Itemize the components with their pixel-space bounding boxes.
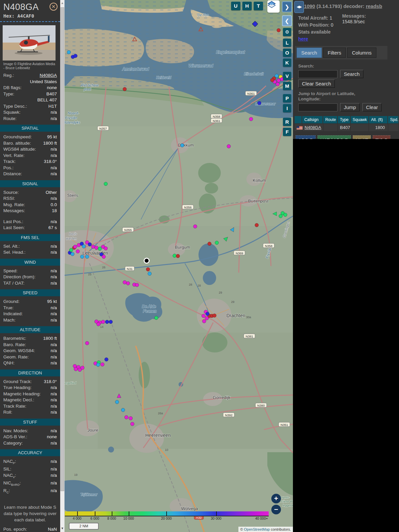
tab-columns[interactable]: Columns (347, 48, 376, 58)
aircraft-marker[interactable] (71, 252, 74, 256)
column-header-Squawk[interactable]: Squawk (351, 116, 368, 123)
aircraft-marker[interactable] (126, 282, 130, 285)
column-header-Callsign[interactable]: Callsign (302, 116, 323, 123)
aircraft-marker[interactable] (271, 78, 274, 82)
map-button-l[interactable]: L (283, 39, 291, 47)
map-button-i[interactable]: I (283, 104, 291, 112)
aircraft-marker[interactable] (121, 408, 125, 412)
map-button-m[interactable]: M (283, 82, 291, 90)
aircraft-marker[interactable] (105, 358, 108, 361)
map-button-k[interactable]: K (283, 59, 291, 67)
jump-clear-button[interactable]: Clear (362, 103, 382, 111)
aircraft-marker[interactable] (176, 254, 180, 258)
table-row[interactable]: N408GAB4071800 (295, 124, 399, 131)
aircraft-marker[interactable] (148, 272, 152, 276)
map-button-h[interactable]: H (242, 2, 252, 10)
aircraft-marker[interactable] (67, 51, 71, 54)
sidebar-scrollbar[interactable]: ▲ ▼ (60, 0, 65, 532)
aircraft-marker[interactable] (194, 225, 197, 228)
clear-search-button[interactable]: Clear Search (298, 79, 335, 88)
aircraft-marker[interactable] (81, 366, 84, 370)
aircraft-marker[interactable] (275, 74, 279, 78)
aircraft-marker[interactable] (105, 320, 109, 324)
search-input[interactable] (298, 70, 337, 78)
osm-link[interactable]: OpenStreetMap (244, 527, 270, 531)
map[interactable]: DokkumKollumBuitenpostBurgumLeeuwardenDr… (65, 0, 293, 532)
aircraft-marker[interactable] (277, 79, 281, 82)
aircraft-marker[interactable] (173, 254, 177, 258)
aircraft-marker[interactable] (74, 367, 78, 371)
map-button-f[interactable]: F (283, 128, 291, 136)
next-aircraft-button[interactable]: ❯ (282, 1, 292, 12)
aircraft-marker[interactable] (125, 416, 128, 419)
column-header-Route[interactable]: Route (323, 116, 337, 123)
aircraft-marker[interactable] (279, 214, 283, 218)
column-header-flag[interactable] (295, 116, 302, 123)
aircraft-marker[interactable] (88, 243, 92, 246)
jump-input[interactable] (298, 103, 337, 111)
aircraft-marker[interactable] (227, 145, 231, 148)
aircraft-marker[interactable] (82, 245, 86, 248)
aircraft-marker[interactable] (101, 363, 104, 366)
search-button[interactable]: Search (340, 70, 363, 78)
aircraft-marker[interactable] (277, 29, 281, 32)
map-button-o[interactable]: O (283, 49, 291, 57)
column-header-Alt. (ft)[interactable]: Alt. (ft) (369, 116, 387, 123)
map-button-p[interactable]: P (283, 94, 291, 102)
aircraft-marker[interactable] (123, 281, 127, 284)
aircraft-marker[interactable] (208, 242, 211, 246)
scroll-up-icon[interactable]: ▲ (61, 1, 64, 5)
aircraft-marker[interactable] (95, 246, 98, 250)
aircraft-marker[interactable] (104, 182, 108, 186)
close-icon[interactable]: ✕ (50, 3, 58, 11)
aircraft-marker[interactable] (249, 117, 253, 121)
map-button-t[interactable]: T (254, 2, 263, 10)
layers-button[interactable] (267, 0, 280, 13)
aircraft-marker[interactable] (181, 144, 184, 147)
jump-button[interactable]: Jump (340, 103, 360, 111)
aircraft-marker[interactable] (155, 316, 158, 320)
zoom-in-button[interactable]: + (271, 494, 281, 503)
aircraft-marker[interactable] (80, 255, 84, 259)
aircraft-marker[interactable] (102, 255, 106, 259)
selected-aircraft-marker[interactable] (144, 258, 149, 263)
stats-here-link[interactable]: here (298, 36, 308, 42)
aircraft-marker[interactable] (97, 323, 100, 326)
aircraft-marker[interactable] (85, 255, 89, 259)
aircraft-marker[interactable] (284, 213, 287, 217)
aircraft-marker[interactable] (146, 268, 150, 271)
aircraft-marker[interactable] (96, 363, 100, 367)
aircraft-marker[interactable] (202, 314, 205, 318)
aircraft-marker[interactable] (202, 320, 206, 323)
map-button-v[interactable]: V (283, 72, 291, 80)
aircraft-marker[interactable] (91, 245, 95, 249)
aircraft-marker[interactable] (123, 87, 127, 91)
aircraft-marker[interactable] (206, 312, 209, 316)
callsign-cell[interactable]: N408GA (303, 124, 323, 131)
panel-collapse-toggle[interactable]: ◀▶ (294, 1, 304, 13)
aircraft-marker[interactable] (104, 247, 108, 250)
aircraft-marker[interactable] (69, 248, 73, 252)
registration-link[interactable]: N408GA (40, 73, 57, 78)
tab-filters[interactable]: Filters (323, 48, 346, 58)
map-button-r[interactable]: R (283, 118, 291, 126)
aircraft-marker[interactable] (76, 250, 80, 253)
zoom-out-button[interactable]: − (271, 505, 281, 514)
aircraft-marker[interactable] (98, 247, 102, 251)
map-button-u[interactable]: U (231, 2, 240, 10)
aircraft-marker[interactable] (85, 341, 89, 345)
scroll-down-icon[interactable]: ▼ (61, 527, 64, 530)
settings-gear-button[interactable]: ⚙ (283, 28, 291, 36)
aircraft-marker[interactable] (109, 320, 113, 324)
aircraft-marker[interactable] (129, 417, 133, 420)
aircraft-marker[interactable] (101, 320, 105, 324)
aircraft-marker[interactable] (258, 101, 261, 105)
aircraft-marker[interactable] (213, 314, 216, 318)
aircraft-marker[interactable] (73, 245, 77, 249)
column-header-Spd.[interactable]: Spd. (388, 116, 398, 123)
aircraft-marker[interactable] (131, 422, 134, 426)
scrollbar-thumb[interactable] (61, 7, 64, 491)
aircraft-marker[interactable] (74, 54, 77, 58)
aircraft-marker[interactable] (115, 400, 119, 404)
prev-aircraft-button[interactable]: ❮ (282, 15, 292, 26)
